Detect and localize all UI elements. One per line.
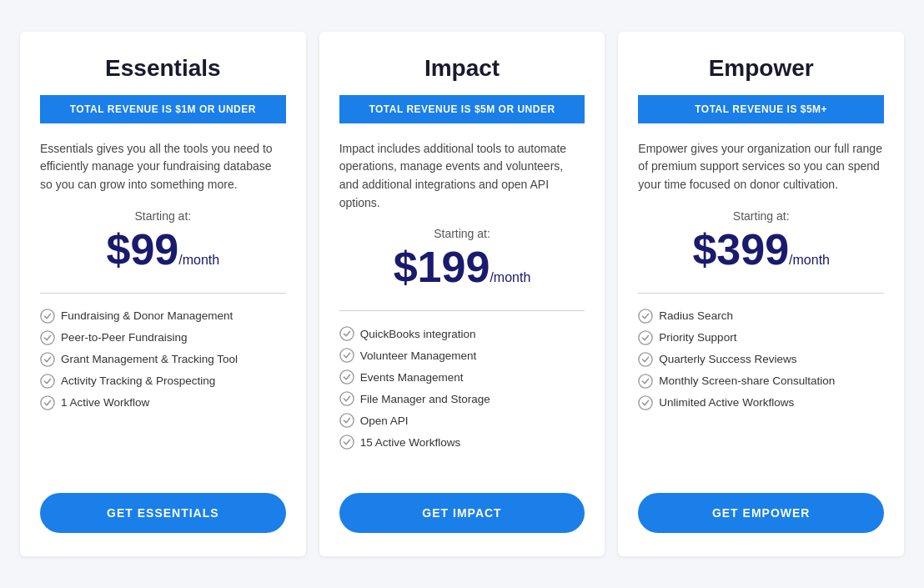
feature-item: Radius Search	[638, 309, 884, 324]
feature-item: Grant Management & Tracking Tool	[40, 352, 286, 367]
feature-text: QuickBooks integration	[360, 328, 476, 340]
svg-point-4	[41, 396, 54, 410]
card-footer-empower: GET EMPOWER	[618, 493, 904, 556]
check-icon	[40, 330, 55, 345]
card-header-empower: Empower TOTAL REVENUE IS $5M+	[618, 32, 904, 123]
pricing-card-impact: Impact TOTAL REVENUE IS $5M OR UNDER Imp…	[319, 32, 605, 557]
feature-text: Quarterly Success Reviews	[659, 353, 796, 365]
feature-text: Monthly Screen-share Consultation	[659, 374, 835, 387]
feature-item: Fundraising & Donor Management	[40, 309, 286, 324]
price-row-essentials: $99/month	[40, 228, 286, 271]
price-period-essentials: /month	[178, 253, 219, 267]
feature-text: Peer-to-Peer Fundraising	[61, 331, 188, 344]
svg-point-7	[340, 370, 354, 384]
card-body-essentials: Essentials gives you all the tools you n…	[20, 123, 306, 494]
price-row-empower: $399/month	[638, 228, 884, 271]
feature-item: Activity Tracking & Prospecting	[40, 374, 286, 389]
card-footer-essentials: GET ESSENTIALS	[20, 493, 306, 556]
feature-text: Events Management	[360, 371, 464, 384]
check-icon	[638, 352, 653, 367]
plan-title-essentials: Essentials	[40, 55, 286, 82]
svg-point-12	[639, 331, 652, 344]
check-icon	[339, 369, 354, 384]
revenue-badge-empower: TOTAL REVENUE IS $5M+	[638, 95, 884, 123]
feature-text: Volunteer Management	[360, 349, 477, 362]
card-header-essentials: Essentials TOTAL REVENUE IS $1M OR UNDER	[20, 32, 306, 123]
card-body-impact: Impact includes additional tools to auto…	[319, 123, 605, 494]
svg-point-3	[41, 374, 54, 388]
feature-item: 15 Active Workflows	[339, 435, 585, 450]
check-icon	[40, 395, 55, 410]
svg-point-8	[340, 392, 354, 405]
plan-title-impact: Impact	[339, 55, 585, 82]
check-icon	[40, 352, 55, 367]
feature-item: Unlimited Active Workflows	[638, 395, 884, 410]
starting-at-label-empower: Starting at:	[638, 209, 884, 223]
revenue-badge-impact: TOTAL REVENUE IS $5M OR UNDER	[339, 95, 585, 123]
feature-item: Open API	[339, 413, 585, 428]
feature-text: 1 Active Workflow	[61, 396, 149, 409]
svg-point-10	[340, 435, 354, 449]
cta-button-empower[interactable]: GET EMPOWER	[638, 493, 884, 533]
svg-point-14	[639, 374, 652, 388]
features-list-impact: QuickBooks integration Volunteer Managem…	[339, 326, 585, 456]
svg-point-1	[41, 331, 54, 344]
starting-at-label-essentials: Starting at:	[40, 209, 286, 223]
check-icon	[638, 330, 653, 345]
starting-at-label-impact: Starting at:	[339, 227, 585, 240]
plan-description-empower: Empower gives your organization our full…	[638, 140, 884, 194]
card-footer-impact: GET IMPACT	[319, 493, 605, 556]
price-amount-empower: $399	[692, 225, 789, 274]
check-icon	[339, 391, 354, 406]
feature-text: File Manager and Storage	[360, 393, 490, 405]
plan-title-empower: Empower	[638, 55, 884, 82]
feature-item: QuickBooks integration	[339, 326, 585, 341]
plan-description-essentials: Essentials gives you all the tools you n…	[40, 140, 286, 194]
pricing-card-essentials: Essentials TOTAL REVENUE IS $1M OR UNDER…	[20, 32, 306, 557]
feature-text: Radius Search	[659, 309, 733, 322]
price-period-empower: /month	[789, 253, 830, 267]
card-header-impact: Impact TOTAL REVENUE IS $5M OR UNDER	[319, 32, 605, 123]
divider-essentials	[40, 293, 286, 294]
svg-point-5	[340, 327, 354, 340]
card-body-empower: Empower gives your organization our full…	[618, 123, 904, 494]
cta-button-impact[interactable]: GET IMPACT	[339, 493, 585, 533]
price-amount-impact: $199	[394, 243, 490, 291]
check-icon	[339, 413, 354, 428]
feature-text: Unlimited Active Workflows	[659, 396, 794, 409]
svg-point-11	[639, 309, 652, 323]
svg-point-15	[639, 396, 652, 410]
check-icon	[638, 374, 653, 389]
svg-point-2	[41, 353, 54, 366]
check-icon	[40, 309, 55, 324]
feature-text: 15 Active Workflows	[360, 436, 461, 449]
features-list-empower: Radius Search Priority Support Quarterly…	[638, 309, 884, 457]
feature-text: Open API	[360, 415, 409, 427]
price-row-impact: $199/month	[339, 245, 585, 289]
feature-item: Volunteer Management	[339, 348, 585, 363]
cta-button-essentials[interactable]: GET ESSENTIALS	[40, 493, 286, 533]
check-icon	[339, 435, 354, 450]
feature-item: Monthly Screen-share Consultation	[638, 374, 884, 389]
check-icon	[638, 309, 653, 324]
feature-item: File Manager and Storage	[339, 391, 585, 406]
pricing-card-empower: Empower TOTAL REVENUE IS $5M+ Empower gi…	[618, 32, 904, 557]
feature-item: Quarterly Success Reviews	[638, 352, 884, 367]
feature-text: Priority Support	[659, 331, 736, 344]
svg-point-6	[340, 349, 354, 362]
price-amount-essentials: $99	[106, 225, 178, 274]
feature-item: Peer-to-Peer Fundraising	[40, 330, 286, 345]
divider-empower	[638, 293, 884, 294]
svg-point-0	[41, 309, 54, 323]
plan-description-impact: Impact includes additional tools to auto…	[339, 140, 585, 213]
check-icon	[638, 395, 653, 410]
feature-item: Priority Support	[638, 330, 884, 345]
divider-impact	[339, 310, 585, 311]
features-list-essentials: Fundraising & Donor Management Peer-to-P…	[40, 309, 286, 457]
svg-point-9	[340, 414, 354, 427]
feature-item: 1 Active Workflow	[40, 395, 286, 410]
check-icon	[40, 374, 55, 389]
pricing-container: Essentials TOTAL REVENUE IS $1M OR UNDER…	[20, 32, 904, 557]
feature-text: Fundraising & Donor Management	[61, 309, 233, 322]
feature-item: Events Management	[339, 369, 585, 384]
